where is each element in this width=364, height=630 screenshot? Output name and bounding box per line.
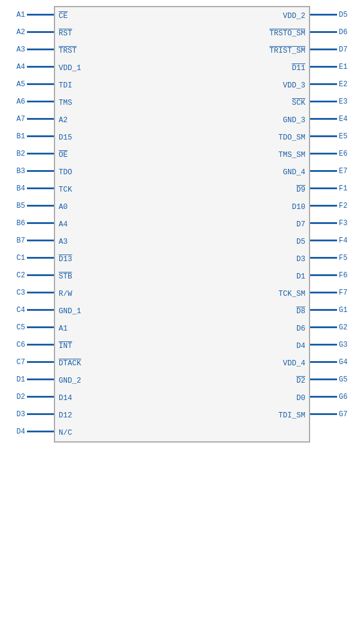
right-pin-line-G5 [310,371,337,388]
left-name-C5: A1 [55,320,135,337]
left-pin-lines [27,6,54,443]
left-name-B5: A0 [55,198,135,216]
right-name-G1: D8 [135,302,309,320]
right-name-G7: TDI_SM [135,407,309,424]
left-pin-id-C5: C5 [0,319,27,336]
right-pin-line-F1 [310,180,337,197]
right-pin-id-G6: G6 [337,388,364,405]
right-name-G4: VDD_4 [135,355,309,372]
right-pin-line-E2 [310,75,337,93]
right-pin-line-D7 [310,41,337,58]
left-pin-line-B6 [27,214,54,232]
left-pin-id-C7: C7 [0,353,27,371]
left-name-B3: TDO [55,163,135,181]
left-pin-id-D4: D4 [0,423,27,440]
left-pin-id-C2: C2 [0,266,27,284]
right-name-E7: GND_4 [135,163,309,181]
right-pin-id-G7: G7 [337,405,364,423]
right-name-F1: D9 [135,181,309,198]
right-pin-line-F3 [310,214,337,232]
left-name-C4: GND_1 [55,302,135,320]
left-pin-id-D1: D1 [0,371,27,388]
left-name-C6: INT [55,337,135,355]
left-name-C7: DTACK [55,355,135,372]
right-name-F4: D5 [135,233,309,250]
right-pin-line-D5 [310,6,337,23]
left-pin-id-A7: A7 [0,110,27,128]
left-pin-id-C3: C3 [0,284,27,301]
left-name-A6: TMS [55,94,135,111]
right-pin-id- [337,423,364,440]
right-name-G3: D4 [135,337,309,355]
left-name-B2: OE [55,146,135,163]
left-pin-line-D2 [27,388,54,405]
right-name-F2: D10 [135,198,309,216]
right-pin-line- [310,423,337,440]
right-pin-id-F7: F7 [337,284,364,301]
left-name-B7: A3 [55,233,135,250]
left-name-B6: A4 [55,216,135,233]
right-name-E3: SCK [135,94,309,111]
left-pin-line-B5 [27,197,54,214]
right-name-D5: VDD_2 [135,7,309,25]
right-pin-id-F6: F6 [337,266,364,284]
right-name-D7: TRIST_SM [135,42,309,59]
left-name-A5: TDI [55,77,135,94]
left-pin-line-C7 [27,353,54,371]
right-pin-line-E7 [310,162,337,180]
pin-layout: A1A2A3A4A5A6A7B1B2B3B4B5B6B7C1C2C3C4C5C6… [0,6,364,443]
left-name-A2: RST [55,25,135,42]
left-name-B1: D15 [55,129,135,146]
right-pin-id-E7: E7 [337,162,364,180]
left-pin-line-A4 [27,58,54,75]
left-name-D3: D12 [55,407,135,424]
left-pin-line-B4 [27,180,54,197]
left-pin-line-A6 [27,93,54,110]
left-pin-line-D3 [27,405,54,423]
left-name-A1: CE [55,7,135,25]
left-pin-line-A3 [27,41,54,58]
left-pin-line-A2 [27,23,54,41]
left-pin-id-B6: B6 [0,214,27,232]
left-pin-id-B5: B5 [0,197,27,214]
left-pin-id-A5: A5 [0,75,27,93]
left-pin-id-D3: D3 [0,405,27,423]
left-pin-id-B1: B1 [0,128,27,145]
right-pin-id-F2: F2 [337,197,364,214]
left-name-C1: D13 [55,250,135,268]
right-pin-id-E5: E5 [337,128,364,145]
right-pin-line-F6 [310,266,337,284]
right-name-G5: D2 [135,372,309,389]
right-pin-line-E6 [310,145,337,162]
right-pin-id-E1: E1 [337,58,364,75]
right-pin-line-G2 [310,319,337,336]
right-pin-id-F3: F3 [337,214,364,232]
left-pin-id-B3: B3 [0,162,27,180]
left-pin-line-D4 [27,423,54,440]
left-pin-line-C6 [27,336,54,353]
right-pin-names: VDD_2TRSTO_SMTRIST_SMD11VDD_3SCKGND_3TDO… [135,6,310,443]
chip-diagram: A1A2A3A4A5A6A7B1B2B3B4B5B6B7C1C2C3C4C5C6… [0,0,364,630]
left-pin-id-A2: A2 [0,23,27,41]
left-pin-line-C1 [27,249,54,266]
right-pin-line-E3 [310,93,337,110]
left-pin-id-A3: A3 [0,41,27,58]
left-name-C3: R/W [55,285,135,302]
right-pin-line-D6 [310,23,337,41]
right-name-G2: D6 [135,320,309,337]
left-pin-line-A7 [27,110,54,128]
left-pin-line-C3 [27,284,54,301]
right-pin-id-F4: F4 [337,232,364,249]
right-pin-line-G1 [310,301,337,319]
left-pin-line-C4 [27,301,54,319]
left-pin-id-D2: D2 [0,388,27,405]
left-pin-line-A1 [27,6,54,23]
left-name-C2: STB [55,268,135,285]
right-name-E5: TDO_SM [135,129,309,146]
right-pin-id-E4: E4 [337,110,364,128]
left-name-D1: GND_2 [55,372,135,389]
right-pin-ids: D5D6D7E1E2E3E4E5E6E7F1F2F3F4F5F6F7G1G2G3… [337,6,364,443]
right-pin-id-G2: G2 [337,319,364,336]
right-pin-line-F7 [310,284,337,301]
right-name-E6: TMS_SM [135,146,309,163]
